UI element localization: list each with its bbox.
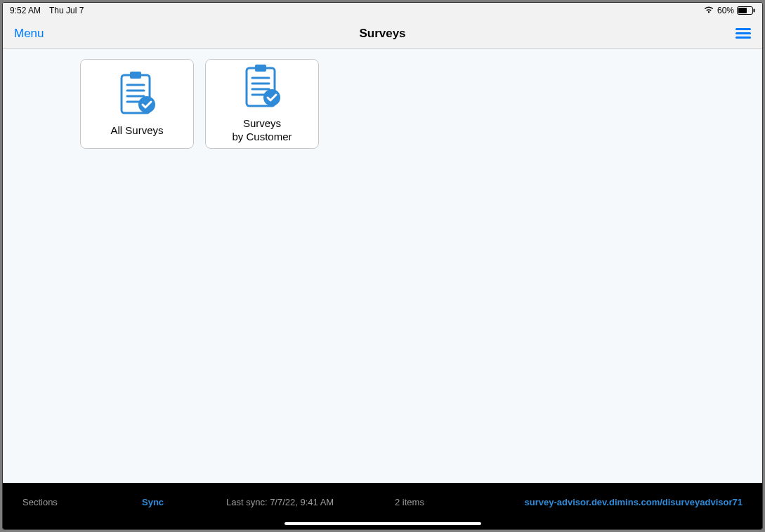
wifi-icon bbox=[703, 6, 714, 16]
svg-rect-2 bbox=[754, 9, 755, 13]
server-url-link[interactable]: survey-advisor.dev.dimins.com/disurveyad… bbox=[525, 497, 743, 507]
hamburger-icon bbox=[735, 28, 751, 39]
status-bar: 9:52 AM Thu Jul 7 60% bbox=[3, 3, 762, 18]
items-count: 2 items bbox=[395, 497, 479, 507]
svg-rect-1 bbox=[738, 8, 747, 13]
sections-button[interactable]: Sections bbox=[22, 497, 142, 507]
svg-rect-4 bbox=[130, 72, 141, 79]
bottom-bar: Sections Sync Last sync: 7/7/22, 9:41 AM… bbox=[3, 483, 762, 529]
nav-bar: Menu Surveys bbox=[3, 18, 762, 49]
home-indicator[interactable] bbox=[285, 522, 481, 525]
clipboard-check-icon bbox=[116, 71, 158, 120]
status-time: 9:52 AM bbox=[10, 6, 41, 15]
sync-button[interactable]: Sync bbox=[142, 497, 226, 507]
last-sync-label: Last sync: 7/7/22, 9:41 AM bbox=[226, 497, 395, 507]
tile-all-surveys[interactable]: All Surveys bbox=[80, 59, 194, 149]
battery-icon bbox=[737, 6, 755, 15]
tile-label: All Surveys bbox=[110, 124, 163, 138]
clipboard-check-icon bbox=[241, 64, 283, 113]
device-frame: 9:52 AM Thu Jul 7 60% Menu Surveys bbox=[2, 2, 763, 530]
menu-button[interactable]: Menu bbox=[14, 27, 44, 41]
battery-percent: 60% bbox=[717, 6, 734, 15]
hamburger-button[interactable] bbox=[735, 28, 751, 39]
page-title: Surveys bbox=[359, 27, 405, 41]
content-area: All Surveys Surveys by Customer bbox=[3, 49, 762, 483]
status-date: Thu Jul 7 bbox=[49, 6, 84, 15]
tile-label: Surveys by Customer bbox=[232, 117, 292, 144]
tile-surveys-by-customer[interactable]: Surveys by Customer bbox=[205, 59, 319, 149]
svg-rect-11 bbox=[255, 65, 266, 72]
